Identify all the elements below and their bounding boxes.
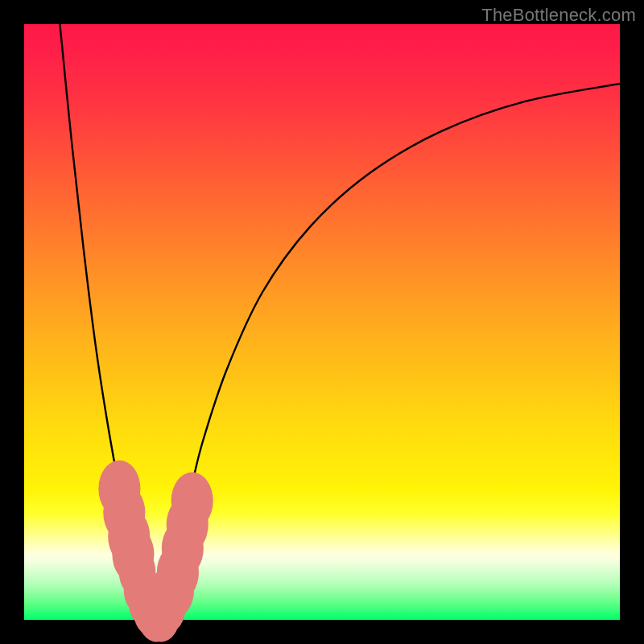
data-marker <box>171 472 213 529</box>
chart-svg <box>24 24 620 620</box>
chart-frame: TheBottleneck.com <box>0 0 644 644</box>
chart-plot-area <box>24 24 620 620</box>
watermark-text: TheBottleneck.com <box>481 5 636 26</box>
chart-markers <box>98 460 213 642</box>
curve-right-branch <box>155 84 620 620</box>
